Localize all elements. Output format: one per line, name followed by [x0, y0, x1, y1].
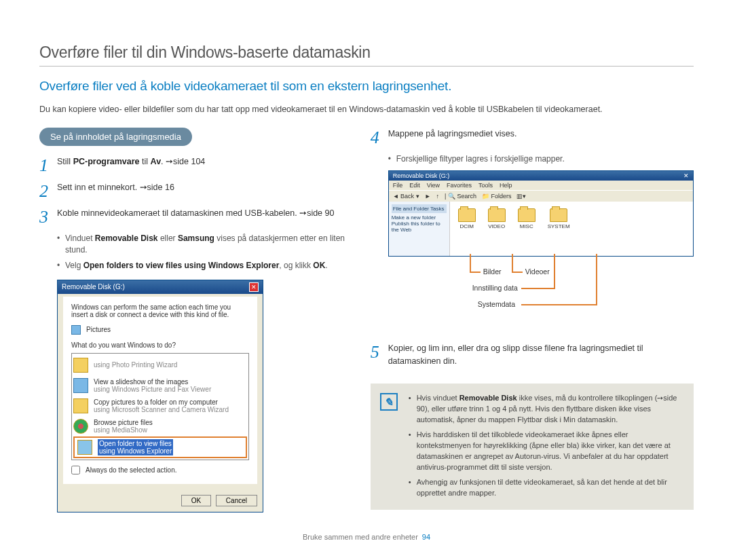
- step-number: 3: [39, 207, 57, 226]
- step-2: 2 Sett inn et minnekort. ➙side 16: [39, 181, 350, 200]
- sub-bullet: Velg Open folders to view files using Wi…: [57, 260, 350, 272]
- folder-icon: [488, 208, 506, 222]
- list-item[interactable]: using Photo Printing Wizard: [73, 355, 247, 375]
- list-item[interactable]: Browse picture filesusing MediaShow: [73, 416, 247, 436]
- cancel-button[interactable]: Cancel: [216, 495, 257, 506]
- note-icon: ✎: [380, 393, 398, 411]
- step-3: 3 Koble minnevideokameraet til datamaski…: [39, 207, 350, 226]
- step-number: 5: [371, 342, 388, 361]
- folder-video[interactable]: VIDEO: [488, 208, 506, 229]
- window-titlebar: Removable Disk (G:)✕: [389, 171, 693, 181]
- step-number: 2: [39, 181, 57, 200]
- step-4: 4 Mappene på lagringsmediet vises.: [371, 128, 694, 147]
- note-item: Hvis vinduet Removable Disk ikke vises, …: [409, 393, 684, 426]
- divider: [39, 66, 694, 67]
- dialog-screenshot: Removable Disk (G:) ✕ Windows can perfor…: [57, 280, 263, 512]
- folder-icon: [518, 208, 535, 222]
- step-5: 5 Kopier, og lim inn, eller dra og slipp…: [371, 342, 694, 368]
- menu-bar[interactable]: FileEditViewFavoritesToolsHelp: [389, 181, 693, 190]
- folder-misc[interactable]: MISC: [518, 208, 535, 229]
- step-1: 1 Still PC-programvare til Av. ➙side 104: [39, 155, 350, 174]
- list-item[interactable]: View a slideshow of the imagesusing Wind…: [73, 375, 247, 396]
- section-pill: Se på innholdet på lagringsmedia: [39, 128, 192, 146]
- page-footer: Bruke sammen med andre enheter94: [39, 533, 694, 541]
- note-item: Hvis harddisken til det tilkoblede video…: [409, 430, 684, 473]
- sub-bullet: Vinduet Removable Disk eller Samsung vis…: [57, 233, 350, 256]
- folder-icon: [458, 208, 476, 222]
- step-number: 4: [371, 128, 388, 147]
- explorer-screenshot: Removable Disk (G:)✕ FileEditViewFavorit…: [388, 170, 694, 257]
- folder-system[interactable]: SYSTEM: [548, 208, 570, 229]
- file-type-label: Pictures: [86, 326, 111, 333]
- callout-diagram: Bilder Videoer Innstilling data Systemda…: [388, 254, 694, 342]
- dialog-text: Windows can perform the same action each…: [71, 303, 249, 318]
- ok-button[interactable]: OK: [181, 495, 211, 506]
- note-box: ✎ Hvis vinduet Removable Disk ikke vises…: [371, 384, 694, 509]
- explorer-sidebar[interactable]: File and Folder Tasks Make a new folder …: [389, 202, 450, 256]
- always-checkbox[interactable]: [71, 466, 80, 474]
- note-item: Avhengig av funksjonen til dette videoka…: [409, 477, 684, 499]
- folder-icon: [550, 208, 567, 222]
- close-icon[interactable]: ✕: [683, 172, 689, 179]
- checkbox-label: Always do the selected action.: [86, 466, 177, 474]
- list-item-highlighted[interactable]: Open folder to view filesusing Windows E…: [73, 436, 247, 458]
- intro-text: Du kan kopiere video- eller bildefiler s…: [39, 103, 694, 115]
- close-icon[interactable]: ✕: [249, 282, 259, 292]
- section-title: Overføre filer ved å koble videokameraet…: [39, 79, 694, 94]
- sub-bullet: Forskjellige filtyper lagres i forskjell…: [388, 153, 694, 165]
- dialog-question: What do you want Windows to do?: [71, 341, 249, 349]
- list-item[interactable]: Copy pictures to a folder on my computer…: [73, 396, 247, 416]
- toolbar[interactable]: ◄ Back ▾►↑| 🔍 Search📁 Folders▥▾: [389, 190, 693, 202]
- step-number: 1: [39, 155, 57, 174]
- window-titlebar: Removable Disk (G:) ✕: [58, 280, 263, 294]
- folder-dcim[interactable]: DCIM: [458, 208, 476, 229]
- page-title: Overføre filer til din Windows-baserte d…: [39, 43, 694, 62]
